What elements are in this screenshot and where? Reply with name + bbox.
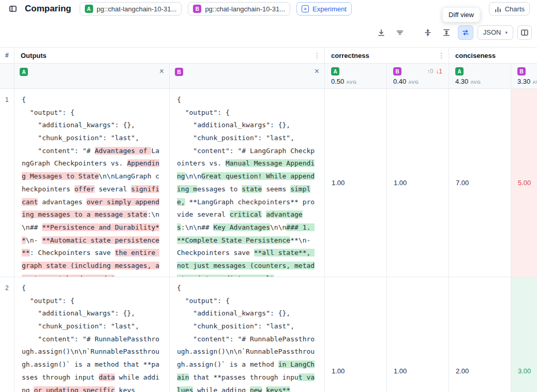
correctness-header-label: correctness (331, 52, 369, 59)
diff-view-toggle-icon[interactable] (458, 25, 473, 40)
experiment-chip-b[interactable]: B pg::chat-langchain-10-31... (188, 2, 290, 16)
download-icon[interactable] (374, 25, 389, 40)
outputs-column-menu-icon[interactable]: ⋮ (314, 52, 321, 59)
conciseness-cell-b[interactable]: 5.00 (511, 89, 537, 277)
row-number: 2 (0, 277, 14, 392)
conciseness-column-header: conciseness (449, 48, 537, 64)
experiment-b-badge: B (193, 5, 201, 13)
charts-label: Charts (505, 5, 525, 13)
output-cell-b[interactable]: { "output": { "additional_kwargs": {}, "… (170, 277, 325, 392)
row-number: 1 (0, 89, 14, 277)
experiments-compare-page: Comparing A pg::chat-langchain-10-31... … (0, 0, 537, 392)
output-cell-b[interactable]: { "output": { "additional_kwargs": {}, "… (170, 89, 325, 277)
chevron-down-icon: ▾ (505, 30, 508, 35)
table-header-row: # Outputs ⋮ correctness ⋮ conciseness (0, 48, 537, 64)
outputs-column-header: Outputs ⋮ (14, 48, 325, 64)
conciseness-b-subheader: B 3.30AVG (511, 64, 537, 89)
plus-icon: + (302, 5, 309, 12)
sidebar-toggle-icon[interactable] (7, 3, 19, 14)
charts-button[interactable]: Charts (489, 2, 530, 16)
conciseness-cell-a[interactable]: 7.00 (449, 89, 511, 277)
outputs-b-subheader: B × (170, 64, 325, 89)
add-experiment-button[interactable]: + Experiment (296, 2, 352, 16)
add-experiment-label: Experiment (312, 5, 347, 13)
format-select-value: JSON (483, 28, 501, 36)
correctness-cell-b[interactable]: 1.00 (387, 89, 449, 277)
regressed-count: ↓1 (436, 68, 442, 75)
correctness-a-subheader: A 0.50AVG (325, 64, 387, 89)
avg-label: AVG (532, 80, 537, 85)
improved-count: ↑0 (427, 68, 434, 75)
avg-label: AVG (470, 80, 481, 85)
conciseness-header-label: conciseness (455, 52, 496, 59)
comparison-table: # Outputs ⋮ correctness ⋮ conciseness A … (0, 47, 537, 392)
experiment-b-badge: B (517, 67, 526, 76)
bar-chart-icon (494, 5, 502, 13)
experiment-a-badge: A (455, 67, 464, 76)
output-cell-a[interactable]: { "output": { "additional_kwargs": {}, "… (14, 277, 170, 392)
diff-view-tooltip: Diff view (442, 7, 480, 22)
experiment-b-badge: B (175, 68, 183, 76)
outputs-a-subheader: A × (14, 64, 170, 89)
correctness-a-avg: 0.50 (331, 78, 344, 85)
columns-icon[interactable] (517, 25, 532, 40)
experiment-b-label: pg::chat-langchain-10-31... (205, 5, 285, 13)
row-height-icon[interactable] (439, 25, 454, 40)
table-subheader-row: A × B × A 0.50AVG B ↑0 ↓1 0.40AVG (0, 64, 537, 89)
conciseness-cell-a[interactable]: 2.00 (449, 277, 511, 392)
close-icon[interactable]: × (315, 68, 319, 75)
table-row: 1 { "output": { "additional_kwargs": {},… (0, 89, 537, 277)
correctness-cell-a[interactable]: 1.00 (325, 277, 387, 392)
regression-indicator: ↑0 ↓1 (427, 68, 442, 75)
correctness-cell-a[interactable]: 1.00 (325, 89, 387, 277)
experiment-a-badge: A (85, 5, 93, 13)
format-select[interactable]: JSON ▾ (478, 25, 513, 40)
conciseness-a-subheader: A 4.30AVG (449, 64, 511, 89)
close-icon[interactable]: × (159, 68, 164, 75)
avg-label: AVG (346, 80, 356, 85)
correctness-b-avg: 0.40 (393, 78, 406, 85)
correctness-column-header: correctness ⋮ (325, 48, 449, 64)
correctness-column-menu-icon[interactable]: ⋮ (438, 52, 445, 59)
row-number-header: # (0, 48, 14, 64)
filter-icon[interactable] (393, 25, 407, 40)
avg-label: AVG (408, 80, 419, 85)
table-row: 2 { "output": { "additional_kwargs": {},… (0, 277, 537, 392)
experiment-a-badge: A (331, 67, 339, 76)
page-title: Comparing (25, 4, 71, 14)
experiment-b-badge: B (393, 67, 401, 76)
correctness-cell-b[interactable]: 1.00 (387, 277, 449, 392)
conciseness-a-avg: 4.30 (455, 78, 468, 85)
outputs-header-label: Outputs (21, 52, 47, 59)
collapse-rows-icon[interactable] (421, 25, 435, 40)
conciseness-b-avg: 3.30 (517, 78, 530, 85)
experiment-a-label: pg::chat-langchain-10-31... (97, 5, 177, 13)
correctness-b-subheader: B ↑0 ↓1 0.40AVG (387, 64, 449, 89)
output-cell-a[interactable]: { "output": { "additional_kwargs": {}, "… (14, 89, 170, 277)
experiment-chip-a[interactable]: A pg::chat-langchain-10-31... (80, 2, 182, 16)
experiment-a-badge: A (20, 68, 28, 76)
subheader-spacer (0, 64, 14, 89)
conciseness-cell-b[interactable]: 3.00 (511, 277, 537, 392)
